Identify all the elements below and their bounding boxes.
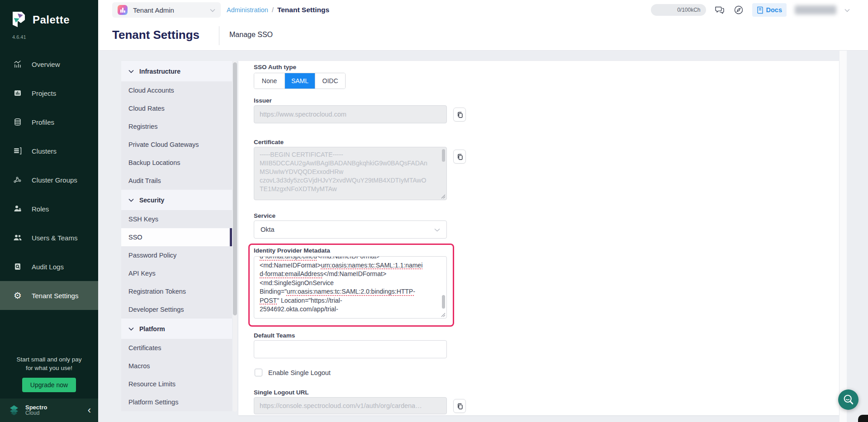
users-teams-icon <box>13 233 23 243</box>
sidebar-item-roles[interactable]: Roles <box>0 194 98 223</box>
help-search-fab[interactable] <box>838 389 859 410</box>
service-select[interactable]: Okta <box>254 220 447 239</box>
sso-auth-type-segmented-control: None SAML OIDC <box>254 73 346 89</box>
settings-nav-item-cloud-accounts[interactable]: Cloud Accounts <box>121 81 232 99</box>
settings-nav-item-private-cloud-gateways[interactable]: Private Cloud Gateways <box>121 136 232 154</box>
issuer-copy-button[interactable] <box>453 108 466 122</box>
settings-nav-section-platform[interactable]: Platform <box>121 319 232 339</box>
sidebar-item-audit-logs[interactable]: Audit Logs <box>0 252 98 281</box>
sidebar-item-projects[interactable]: Projects <box>0 79 98 108</box>
chevron-down-icon <box>128 70 134 73</box>
user-name-redacted[interactable] <box>795 5 836 14</box>
certificate-line: TE1MzgxNFoXDTMyMTAw <box>260 185 441 193</box>
settings-nav-item-platform-settings[interactable]: Platform Settings <box>121 393 232 411</box>
top-bar-right: 0/100kCh Docs <box>651 0 850 20</box>
idp-metadata-label: Identity Provider Metadata <box>254 247 330 254</box>
chat-icon[interactable] <box>714 5 725 15</box>
settings-nav-item-audit-trails[interactable]: Audit Trails <box>121 172 232 190</box>
idp-metadata-text: d-format:unspecified</md:NameIDFormat><m… <box>254 256 446 314</box>
projects-icon <box>13 88 23 98</box>
sso-auth-option-oidc[interactable]: OIDC <box>315 73 345 89</box>
resize-handle-icon[interactable] <box>441 313 446 317</box>
service-label: Service <box>254 212 275 219</box>
idp-metadata-scrollbar-thumb[interactable] <box>442 295 445 309</box>
settings-nav-item-registration-tokens[interactable]: Registration Tokens <box>121 282 232 300</box>
single-logout-url-label: Single Logout URL <box>254 389 308 396</box>
sso-auth-option-none[interactable]: None <box>254 73 285 89</box>
sidebar-item-overview[interactable]: Overview <box>0 50 98 79</box>
certificate-scrollbar-thumb[interactable] <box>442 149 445 162</box>
settings-nav-section-infrastructure[interactable]: Infrastructure <box>121 61 232 81</box>
settings-nav-item-ssh-keys[interactable]: SSH Keys <box>121 210 232 228</box>
sidebar-item-users-teams[interactable]: Users & Teams <box>0 223 98 252</box>
chevron-down-icon <box>128 198 134 202</box>
copy-icon <box>456 403 463 410</box>
sidebar-item-cluster-groups[interactable]: Cluster Groups <box>0 165 98 194</box>
default-teams-input[interactable] <box>254 340 447 358</box>
certificate-line: MSUwIwYDVQQDExxodHRw <box>260 168 441 176</box>
app-name: Palette <box>33 14 70 26</box>
single-logout-url-placeholder: https://console.spectrocloud.com/v1/auth… <box>260 402 441 409</box>
resize-handle-icon[interactable] <box>441 194 446 199</box>
sidebar-item-label: Users & Teams <box>32 234 77 242</box>
certificate-copy-button[interactable] <box>453 150 466 164</box>
sidebar-item-label: Cluster Groups <box>32 176 77 184</box>
breadcrumb-separator: / <box>272 6 274 14</box>
settings-nav-item-developer-settings[interactable]: Developer Settings <box>121 300 232 319</box>
single-logout-url-input[interactable]: https://console.spectrocloud.com/v1/auth… <box>254 397 447 414</box>
upgrade-now-button[interactable]: Upgrade now <box>22 378 76 392</box>
breadcrumb-administration-link[interactable]: Administration <box>227 6 268 14</box>
sidebar-collapse-icon[interactable]: ‹ <box>88 406 91 415</box>
main-area: Tenant Admin Administration / Tenant Set… <box>98 0 868 422</box>
sso-form-panel: SSO Auth type None SAML OIDC Issuer http… <box>238 61 839 415</box>
settings-nav-item-resource-limits[interactable]: Resource Limits <box>121 375 232 393</box>
top-bar: Tenant Admin Administration / Tenant Set… <box>98 0 868 20</box>
compass-icon[interactable] <box>733 5 744 15</box>
project-scope-selector[interactable]: Tenant Admin <box>112 2 221 18</box>
enable-single-logout-checkbox[interactable] <box>255 369 262 376</box>
settings-nav-item-backup-locations[interactable]: Backup Locations <box>121 154 232 172</box>
idp-metadata-line: d-format:unspecified</md:NameIDFormat> <box>260 256 441 261</box>
settings-nav-item-api-keys[interactable]: API Keys <box>121 264 232 282</box>
user-menu-chevron-icon[interactable] <box>844 6 850 14</box>
certificate-placeholder-text: -----BEGIN CERTIFICATE-----MIIB5DCCAU2gA… <box>254 147 446 197</box>
certificate-textarea[interactable]: -----BEGIN CERTIFICATE-----MIIB5DCCAU2gA… <box>254 147 447 200</box>
idp-metadata-line: d-format:emailAddress</md:NameIDFormat> <box>260 270 441 279</box>
breadcrumb-current: Tenant Settings <box>277 6 329 14</box>
settings-nav: InfrastructureCloud AccountsCloud RatesR… <box>121 61 232 411</box>
chevron-down-icon <box>210 6 215 14</box>
settings-nav-item-registries[interactable]: Registries <box>121 117 232 136</box>
sidebar-item-label: Profiles <box>32 118 54 126</box>
settings-nav-section-label: Infrastructure <box>139 68 180 75</box>
profiles-icon <box>13 117 23 127</box>
settings-nav-item-macros[interactable]: Macros <box>121 357 232 375</box>
settings-nav-scrollbar[interactable] <box>233 61 237 412</box>
palette-logo-icon <box>10 10 27 30</box>
sso-auth-option-saml[interactable]: SAML <box>285 73 315 89</box>
single-logout-url-copy-button[interactable] <box>453 399 466 413</box>
issuer-input[interactable]: https://www.spectrocloud.com <box>254 105 447 123</box>
corner-widget[interactable] <box>858 415 868 422</box>
page-title: Tenant Settings <box>112 28 199 42</box>
settings-nav-item-cloud-rates[interactable]: Cloud Rates <box>121 99 232 117</box>
sidebar-item-tenant-settings[interactable]: ⚙ Tenant Settings <box>0 281 98 310</box>
certificate-line: -----BEGIN CERTIFICATE----- <box>260 150 441 159</box>
settings-nav-item-password-policy[interactable]: Password Policy <box>121 246 232 264</box>
certificate-label: Certificate <box>254 139 284 145</box>
settings-nav-item-sso[interactable]: SSO <box>121 228 232 246</box>
sidebar-item-clusters[interactable]: Clusters <box>0 136 98 165</box>
settings-nav-scrollbar-thumb[interactable] <box>233 62 237 315</box>
settings-nav-item-certificates[interactable]: Certificates <box>121 339 232 357</box>
project-scope-label: Tenant Admin <box>133 6 174 14</box>
certificate-line: czovL3d3dy5zcGVjdHJvY2xvdWQuY29tMB4XDTIy… <box>260 176 441 185</box>
audit-logs-icon <box>13 262 23 272</box>
page-scrollbar-track[interactable] <box>840 51 847 422</box>
tab-manage-sso[interactable]: Manage SSO <box>229 31 273 39</box>
enable-single-logout-label: Enable Single Logout <box>268 369 331 376</box>
idp-metadata-textarea[interactable]: d-format:unspecified</md:NameIDFormat><m… <box>254 256 447 319</box>
certificate-line: MIIB5DCCAU2gAwIBAgIBADANBgkqhkiG9w0BAQsF… <box>260 159 441 168</box>
sidebar-item-profiles[interactable]: Profiles <box>0 108 98 136</box>
docs-button[interactable]: Docs <box>752 3 787 17</box>
gear-icon: ⚙ <box>13 291 23 300</box>
settings-nav-section-security[interactable]: Security <box>121 190 232 210</box>
